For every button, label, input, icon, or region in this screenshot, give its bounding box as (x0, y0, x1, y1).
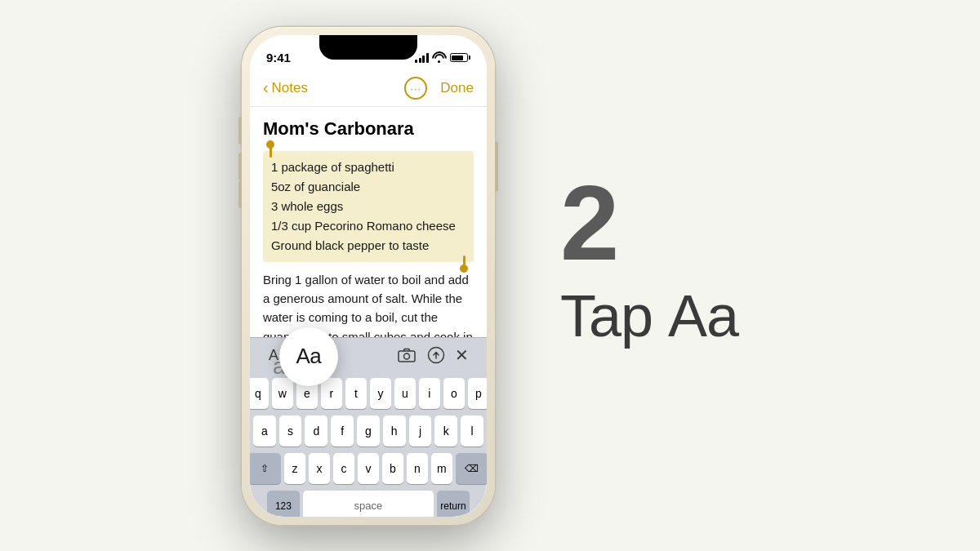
note-line-3: 3 whole eggs (271, 197, 466, 216)
key-row-4: 123 space return (253, 491, 483, 517)
key-o[interactable]: o (443, 378, 465, 409)
nav-actions: ··· Done (404, 77, 474, 100)
selection-cursor-top (270, 144, 272, 158)
key-row-2: a s d f g h j k l (253, 415, 483, 447)
step-instruction: Tap Aa (560, 284, 738, 349)
key-p[interactable]: p (468, 378, 487, 409)
key-b[interactable]: b (382, 453, 403, 484)
ellipsis-icon: ··· (410, 82, 421, 95)
key-j[interactable]: j (409, 415, 432, 447)
status-time: 9:41 (266, 51, 291, 64)
key-l[interactable]: l (461, 415, 483, 447)
battery-icon (450, 53, 470, 62)
main-container: 9:41 (0, 0, 980, 551)
note-line-4: 1/3 cup Pecorino Romano cheese (271, 216, 466, 236)
key-c[interactable]: c (333, 453, 354, 484)
selection-cursor-bottom (463, 256, 466, 269)
battery-fill (452, 56, 463, 60)
key-u[interactable]: u (394, 378, 416, 409)
note-line-2: 5oz of guanciale (271, 177, 466, 197)
signal-icon (415, 53, 429, 63)
key-k[interactable]: k (434, 415, 457, 447)
key-s[interactable]: s (279, 415, 302, 447)
phone-screen: 9:41 (250, 35, 487, 517)
back-label: Notes (272, 80, 308, 96)
notes-nav-bar: ‹ Notes ··· Done (250, 71, 487, 107)
camera-button[interactable] (392, 340, 421, 370)
step-number: 2 (560, 170, 738, 276)
key-m[interactable]: m (431, 453, 452, 484)
key-i[interactable]: i (419, 378, 440, 409)
key-h[interactable]: h (383, 415, 406, 447)
back-button[interactable]: ‹ Notes (263, 79, 308, 97)
key-delete[interactable]: ⌫ (456, 453, 487, 484)
note-line-1: 1 package of spaghetti (271, 158, 466, 177)
key-n[interactable]: n (407, 453, 428, 484)
key-z[interactable]: z (284, 453, 305, 484)
key-row-3: ⇧ z x c v b n m ⌫ (253, 453, 483, 484)
key-t[interactable]: t (345, 378, 367, 409)
done-button[interactable]: Done (440, 80, 474, 96)
chevron-left-icon: ‹ (263, 78, 269, 97)
right-panel: 2 Tap Aa (560, 170, 738, 381)
key-a[interactable]: a (253, 415, 276, 447)
key-g[interactable]: g (357, 415, 380, 447)
key-v[interactable]: v (358, 453, 379, 484)
close-icon: ✕ (455, 345, 469, 365)
aa-instruction-label: Aa (668, 283, 738, 349)
key-row-1: q w e r t y u i o p (253, 378, 483, 409)
svg-rect-0 (399, 351, 415, 362)
aa-magnified-button[interactable]: Aa (279, 327, 338, 386)
tap-label: Tap (560, 283, 668, 349)
key-w[interactable]: w (272, 378, 293, 409)
camera-icon (398, 348, 416, 362)
status-bar: 9:41 (250, 35, 487, 71)
markup-icon (427, 346, 445, 364)
key-d[interactable]: d (305, 415, 327, 447)
key-r[interactable]: r (321, 378, 342, 409)
keyboard-keys: q w e r t y u i o p a s d (250, 373, 487, 517)
key-x[interactable]: x (309, 453, 330, 484)
phone-mockup: 9:41 (242, 27, 495, 525)
note-line-5: Ground black pepper to taste (271, 236, 466, 256)
svg-point-1 (403, 353, 409, 359)
more-button[interactable]: ··· (404, 77, 427, 100)
key-y[interactable]: y (370, 378, 391, 409)
key-shift[interactable]: ⇧ (250, 453, 281, 484)
markup-button[interactable] (421, 340, 451, 370)
key-f[interactable]: f (331, 415, 354, 447)
note-selection-block: 1 package of spaghetti 5oz of guanciale … (263, 151, 474, 262)
note-title: Mom's Carbonara (263, 118, 474, 140)
key-space[interactable]: space (303, 491, 434, 517)
battery-tip (469, 56, 470, 60)
close-keyboard-button[interactable]: ✕ (451, 344, 474, 367)
wifi-icon (433, 53, 446, 63)
aa-magnified-label: Aa (296, 344, 322, 369)
notch (319, 35, 417, 60)
status-icons (415, 53, 470, 63)
key-return[interactable]: return (437, 491, 470, 517)
key-numbers[interactable]: 123 (267, 491, 300, 517)
key-q[interactable]: q (250, 378, 269, 409)
